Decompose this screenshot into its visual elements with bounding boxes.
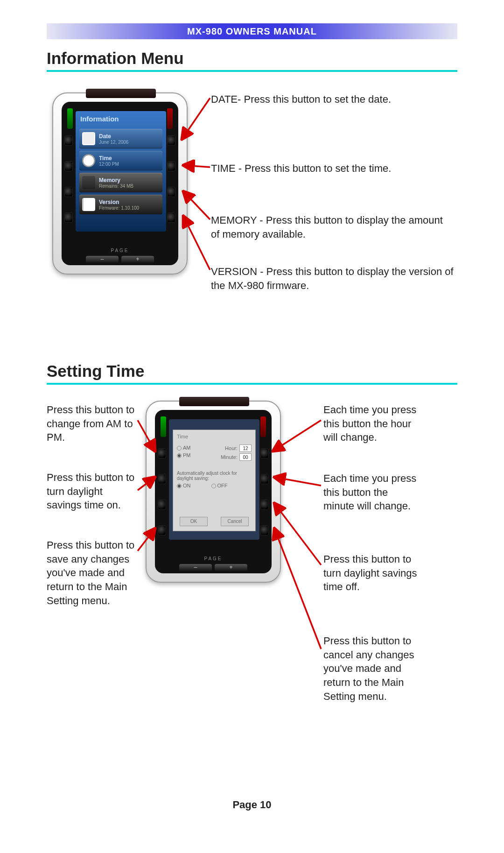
off-toggle[interactable] <box>167 108 173 129</box>
side-button-r3-dstoff[interactable] <box>260 500 269 510</box>
device-settime: PAGE – + Time AM PM Hour:12 Minute:00 Au… <box>146 401 281 583</box>
side-button-l3-unused[interactable] <box>158 500 166 510</box>
callout-r1-hour: Each time you press this button the hour… <box>323 403 421 444</box>
cancel-button[interactable]: Cancel <box>221 517 249 526</box>
radio-dst-off[interactable] <box>211 484 216 488</box>
page-indicator: PAGE <box>53 248 187 253</box>
side-button-l4[interactable] <box>64 212 73 223</box>
header-prefix: MX-980 <box>187 26 226 36</box>
callout-l1-ampm: Press this button to change from AM to P… <box>47 403 138 444</box>
side-button-r4-version[interactable] <box>167 212 175 223</box>
callout-r3-dstoff: Press this button to turn daylight savin… <box>323 552 421 594</box>
dst-on-label: ON <box>183 483 191 488</box>
svg-line-10 <box>274 477 321 486</box>
clock-icon <box>82 154 95 167</box>
radio-pm-row[interactable]: PM <box>177 452 191 458</box>
dst-prompt: Automatically adjust clock for daylight … <box>177 471 252 481</box>
radio-am-row[interactable]: AM <box>177 445 191 451</box>
info-row-date[interactable]: Date June 12, 2006 <box>79 129 162 148</box>
info-row-label: Date <box>99 133 128 140</box>
device-information: PAGE – + Information Date June 12, 2006 … <box>52 92 188 275</box>
dialog-title: Time <box>177 434 252 439</box>
side-button-l2-dston[interactable] <box>158 474 166 484</box>
side-button-l2[interactable] <box>64 161 73 171</box>
pm-label: PM <box>183 452 191 458</box>
minute-label: Minute: <box>221 454 238 460</box>
svg-line-12 <box>274 529 321 649</box>
side-button-r3-memory[interactable] <box>167 187 175 197</box>
device-notch <box>179 397 249 406</box>
callout-l2-dston: Press this button to turn daylight savin… <box>47 471 138 512</box>
info-row-time[interactable]: Time 12:00 PM <box>79 151 162 170</box>
time-dialog: Time AM PM Hour:12 Minute:00 Automatical… <box>173 430 256 531</box>
info-row-value: June 12, 2006 <box>99 140 128 145</box>
side-button-r2-time[interactable] <box>167 161 175 171</box>
info-row-label: Version <box>99 199 139 205</box>
callout-r2-minute: Each time you press this button the minu… <box>323 472 421 513</box>
svg-line-11 <box>274 503 321 565</box>
dst-off-label: OFF <box>217 483 228 488</box>
radio-am[interactable] <box>177 446 182 451</box>
radio-dst-off-row[interactable]: OFF <box>211 483 228 488</box>
page-indicator: PAGE <box>147 556 280 561</box>
page-next-button[interactable]: + <box>215 564 247 571</box>
calendar-icon <box>82 132 95 145</box>
side-button-r1-date[interactable] <box>167 135 175 146</box>
callout-memory: MEMORY - Press this button to display th… <box>211 213 454 241</box>
version-icon <box>82 198 95 211</box>
side-button-l4-ok[interactable] <box>158 525 166 536</box>
page-prev-button[interactable]: – <box>179 564 212 571</box>
section-information-title: Information Menu <box>47 49 184 68</box>
hour-input[interactable]: 12 <box>239 444 252 452</box>
callout-l3-save: Press this button to save any changes yo… <box>47 538 138 607</box>
radio-pm[interactable] <box>177 453 182 458</box>
callout-version: VERSION - Press this button to display t… <box>211 265 454 292</box>
info-row-value: Firmware: 1.10.100 <box>99 205 139 211</box>
on-toggle[interactable] <box>67 108 73 129</box>
time-screen: Time AM PM Hour:12 Minute:00 Automatical… <box>169 419 259 540</box>
section-rule <box>47 383 457 385</box>
ok-button[interactable]: OK <box>180 517 208 526</box>
side-button-r4-cancel[interactable] <box>260 525 269 536</box>
info-row-version[interactable]: Version Firmware: 1.10.100 <box>79 195 162 214</box>
on-toggle[interactable] <box>161 416 166 437</box>
side-button-r1-hour[interactable] <box>260 448 269 458</box>
header-rest: OWNERS MANUAL <box>226 26 317 36</box>
side-button-r2-minute[interactable] <box>260 474 269 484</box>
radio-dst-on[interactable] <box>177 484 182 488</box>
callout-r4-cancel: Press this button to cancel any changes … <box>323 634 421 703</box>
manual-header: MX-980 OWNERS MANUAL <box>47 23 457 39</box>
info-row-label: Memory <box>99 177 133 183</box>
section-rule <box>47 70 457 72</box>
hour-label: Hour: <box>225 445 238 451</box>
page-number: Page 10 <box>0 799 504 811</box>
info-row-value: 12:00 PM <box>99 162 119 167</box>
info-row-value: Remains: 34 MB <box>99 183 133 189</box>
off-toggle[interactable] <box>260 416 266 437</box>
info-screen-title: Information <box>76 111 166 127</box>
section-settingtime-title: Setting Time <box>47 362 144 381</box>
minute-input[interactable]: 00 <box>239 453 252 461</box>
info-row-label: Time <box>99 155 119 162</box>
callout-date: DATE- Press this button to set the date. <box>211 92 454 106</box>
page-next-button[interactable]: + <box>121 256 154 263</box>
callout-time: TIME - Press this button to set the time… <box>211 162 454 176</box>
side-button-l1-ampm[interactable] <box>158 448 166 458</box>
side-button-l1[interactable] <box>64 135 73 146</box>
info-row-memory[interactable]: Memory Remains: 34 MB <box>79 173 162 192</box>
device-notch <box>86 89 156 98</box>
page-prev-button[interactable]: – <box>86 256 119 263</box>
info-screen: Information Date June 12, 2006 Time 12:0… <box>76 111 166 232</box>
side-button-l3[interactable] <box>64 187 73 197</box>
radio-dst-on-row[interactable]: ON <box>177 483 191 488</box>
memory-icon <box>82 176 95 189</box>
am-label: AM <box>183 445 191 451</box>
